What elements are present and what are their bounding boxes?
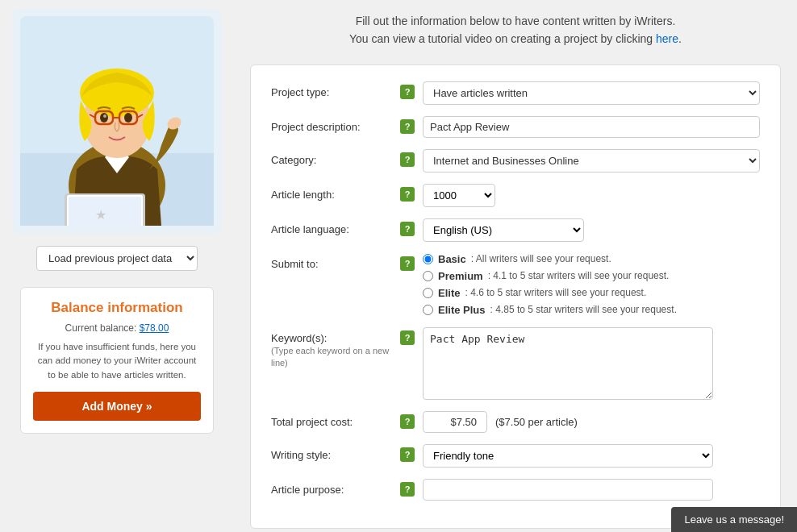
article-language-row: Article language: ? English (US) English… bbox=[271, 218, 760, 242]
radio-elite-desc: : 4.6 to 5 star writers will see your re… bbox=[465, 287, 646, 298]
total-cost-help-icon[interactable]: ? bbox=[400, 414, 415, 429]
submit-to-radio-group: Basic : All writers will see your reques… bbox=[423, 253, 677, 316]
radio-elite-input[interactable] bbox=[423, 288, 433, 298]
article-length-label: Article length: bbox=[271, 184, 400, 201]
category-label: Category: bbox=[271, 149, 400, 166]
article-length-select[interactable]: 150 300 500 700 1000 1500 2000 bbox=[423, 184, 495, 207]
balance-amount-link[interactable]: $78.00 bbox=[140, 322, 169, 334]
keywords-textarea[interactable]: Pact App Review bbox=[423, 327, 713, 400]
svg-text:★: ★ bbox=[95, 208, 106, 222]
balance-box: Balance information Current balance: $78… bbox=[20, 287, 214, 434]
radio-basic: Basic : All writers will see your reques… bbox=[423, 253, 677, 265]
add-money-button[interactable]: Add Money » bbox=[33, 392, 201, 421]
radio-elite: Elite : 4.6 to 5 star writers will see y… bbox=[423, 287, 677, 299]
article-purpose-row: Article purpose: ? bbox=[271, 479, 760, 501]
sidebar: ★ Load previous project data Balance inf… bbox=[0, 0, 234, 532]
writing-style-select[interactable]: Friendly tone Formal tone Conversational… bbox=[423, 444, 713, 468]
writing-style-row: Writing style: ? Friendly tone Formal to… bbox=[271, 444, 760, 468]
form-panel: Project type: ? Have articles written Ha… bbox=[250, 64, 781, 529]
radio-premium-input[interactable] bbox=[423, 271, 433, 281]
article-purpose-help-icon[interactable]: ? bbox=[400, 482, 415, 497]
radio-elite-plus-desc: : 4.85 to 5 star writers will see your r… bbox=[490, 304, 677, 315]
project-type-help-icon[interactable]: ? bbox=[400, 85, 415, 99]
submit-to-row: Submit to: ? Basic : All writers will se… bbox=[271, 253, 760, 316]
radio-premium: Premium : 4.1 to 5 star writers will see… bbox=[423, 270, 677, 282]
tutorial-link[interactable]: here bbox=[656, 32, 678, 45]
article-length-row: Article length: ? 150 300 500 700 1000 1… bbox=[271, 184, 760, 207]
keywords-row: Keyword(s): (Type each keyword on a new … bbox=[271, 327, 760, 400]
project-type-select[interactable]: Have articles written Have blog posts wr… bbox=[423, 81, 760, 105]
radio-premium-desc: : 4.1 to 5 star writers will see your re… bbox=[488, 270, 670, 281]
radio-premium-label: Premium bbox=[438, 270, 483, 282]
balance-desc: If you have insufficient funds, here you… bbox=[33, 340, 201, 382]
avatar-illustration: ★ bbox=[20, 16, 214, 226]
project-type-label: Project type: bbox=[271, 81, 400, 98]
svg-point-12 bbox=[124, 113, 132, 123]
load-project-select[interactable]: Load previous project data bbox=[36, 246, 198, 271]
radio-elite-plus: Elite Plus : 4.85 to 5 star writers will… bbox=[423, 304, 677, 316]
radio-basic-desc: : All writers will see your request. bbox=[471, 253, 611, 264]
header-text: Fill out the information below to have c… bbox=[250, 8, 781, 52]
avatar-container: ★ bbox=[12, 8, 222, 234]
cost-display: $7.50 ($7.50 per article) bbox=[423, 411, 578, 433]
balance-title: Balance information bbox=[33, 300, 201, 316]
project-description-label: Project description: bbox=[271, 116, 400, 133]
article-purpose-label: Article purpose: bbox=[271, 479, 400, 496]
article-language-select[interactable]: English (US) English (UK) Spanish French bbox=[423, 218, 584, 242]
total-cost-row: Total project cost: ? $7.50 ($7.50 per a… bbox=[271, 411, 760, 433]
cost-value: $7.50 bbox=[423, 411, 487, 433]
project-description-input[interactable] bbox=[423, 116, 760, 138]
article-purpose-input[interactable] bbox=[423, 479, 713, 501]
project-description-help-icon[interactable]: ? bbox=[400, 119, 415, 134]
balance-current: Current balance: $78.00 bbox=[33, 322, 201, 334]
submit-to-help-icon[interactable]: ? bbox=[400, 256, 415, 271]
main-content: Fill out the information below to have c… bbox=[234, 0, 797, 532]
keywords-help-icon[interactable]: ? bbox=[400, 330, 415, 345]
article-language-help-icon[interactable]: ? bbox=[400, 222, 415, 236]
svg-point-11 bbox=[100, 113, 108, 123]
radio-elite-plus-label: Elite Plus bbox=[438, 304, 486, 316]
article-length-help-icon[interactable]: ? bbox=[400, 187, 415, 202]
radio-basic-input[interactable] bbox=[423, 254, 433, 264]
project-description-row: Project description: ? bbox=[271, 116, 760, 138]
total-cost-label: Total project cost: bbox=[271, 411, 400, 428]
radio-elite-label: Elite bbox=[438, 287, 460, 299]
radio-elite-plus-input[interactable] bbox=[423, 305, 433, 315]
project-type-row: Project type: ? Have articles written Ha… bbox=[271, 81, 760, 105]
keywords-label: Keyword(s): (Type each keyword on a new … bbox=[271, 327, 400, 368]
svg-point-13 bbox=[103, 114, 106, 118]
live-chat-bubble[interactable]: Leave us a message! bbox=[671, 507, 797, 532]
category-row: Category: ? Internet and Businesses Onli… bbox=[271, 149, 760, 172]
cost-per-article: ($7.50 per article) bbox=[495, 416, 578, 428]
submit-to-label: Submit to: bbox=[271, 253, 400, 270]
writing-style-help-icon[interactable]: ? bbox=[400, 447, 415, 462]
radio-basic-label: Basic bbox=[438, 253, 466, 265]
writing-style-label: Writing style: bbox=[271, 444, 400, 461]
category-select[interactable]: Internet and Businesses Online Health an… bbox=[423, 149, 760, 172]
article-language-label: Article language: bbox=[271, 218, 400, 235]
category-help-icon[interactable]: ? bbox=[400, 152, 415, 167]
article-length-wrap: 150 300 500 700 1000 1500 2000 bbox=[423, 184, 499, 207]
